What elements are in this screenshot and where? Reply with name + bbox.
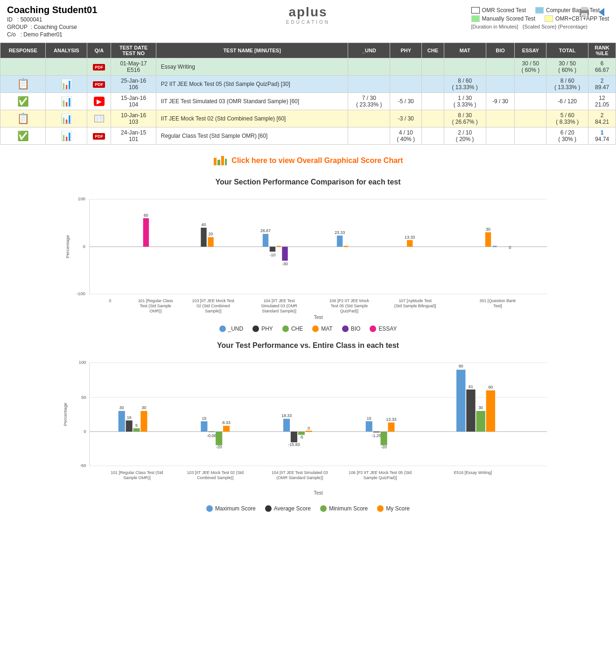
analysis-cell: 📊: [46, 93, 87, 110]
bar-chart-icon[interactable]: 📊: [61, 131, 72, 141]
svg-rect-82: [306, 431, 312, 432]
bio-cell: [486, 58, 515, 76]
svg-text:5: 5: [135, 423, 138, 427]
section-performance-chart: 100 0 -100 Percentage 0 60 101 [Regular …: [61, 191, 555, 323]
svg-rect-6: [214, 158, 217, 165]
svg-text:-1.25: -1.25: [372, 433, 381, 438]
svg-text:61: 61: [469, 384, 473, 389]
clipboard-icon[interactable]: 📋: [17, 78, 29, 90]
bio-cell: -9 / 30: [486, 93, 515, 110]
bar-phy-103: [201, 228, 206, 247]
omr-legend: OMR Scored Test: [471, 7, 526, 14]
svg-text:106 [P2 IIT JEE Mock: 106 [P2 IIT JEE Mock: [329, 298, 370, 303]
testname-cell: IIT JEE Mock Test 02 (Std Combined Sampl…: [156, 110, 348, 127]
bar-chart-icon[interactable]: 📊: [61, 113, 72, 124]
col-analysis: ANALYSIS: [46, 43, 87, 58]
table-row: ✅ 📊 PDF 24-Jan-15101 Regular Class Test …: [0, 127, 616, 145]
svg-text:Test 05 (Std Sample: Test 05 (Std Sample: [331, 304, 368, 308]
svg-text:107 [Aptitude Test: 107 [Aptitude Test: [399, 298, 432, 303]
check-icon[interactable]: ✅: [17, 131, 29, 141]
svg-rect-4: [582, 16, 585, 17]
total-cell: -6 / 120: [546, 93, 588, 110]
section-chart-title: Your Section Performance Comparison for …: [61, 178, 555, 186]
svg-text:-15.83: -15.83: [288, 442, 300, 447]
doc-icon[interactable]: 📄: [94, 115, 104, 122]
video-icon[interactable]: ▶: [94, 97, 105, 106]
svg-text:Test: Test: [314, 314, 322, 320]
svg-text:Sample OMR)]: Sample OMR)]: [123, 475, 150, 480]
back-icon[interactable]: [594, 5, 609, 20]
che-cell: [422, 58, 444, 76]
table-row: 📋 📊 PDF 25-Jan-16106 P2 IIT JEE Mock Tes…: [0, 76, 616, 93]
response-cell: 📋: [0, 76, 46, 93]
qa-cell: PDF: [87, 58, 111, 76]
testname-cell: IIT JEE Test Simulated 03 (OMR Standard …: [156, 93, 348, 110]
svg-text:8.33: 8.33: [223, 420, 231, 425]
rank-cell: 666.67: [588, 58, 616, 76]
bar-mat-104: [277, 246, 281, 247]
svg-text:Test: Test: [314, 490, 322, 495]
response-cell: ✅: [0, 93, 46, 110]
svg-text:30: 30: [142, 405, 147, 410]
bar-und-106: [337, 235, 343, 247]
svg-rect-102: [486, 390, 495, 431]
chart-link-row: Click here to view Overall Graphical Sco…: [0, 145, 616, 173]
svg-rect-76: [283, 418, 290, 431]
svg-text:(Std Sample Bilingual)]: (Std Sample Bilingual)]: [394, 304, 436, 308]
svg-rect-70: [216, 431, 222, 445]
svg-text:26.67: 26.67: [260, 228, 271, 233]
und-cell: 7 / 30( 23.33% ): [348, 93, 390, 110]
svg-text:301 [Question Bank: 301 [Question Bank: [480, 298, 516, 303]
bar-mat-103: [208, 237, 213, 247]
svg-text:30: 30: [486, 227, 490, 232]
qa-cell: PDF: [87, 127, 111, 145]
svg-text:16: 16: [127, 415, 132, 419]
print-icon[interactable]: [577, 5, 592, 20]
bio-cell: [486, 110, 515, 127]
rank-cell: 194.74: [588, 127, 616, 145]
clipboard-icon[interactable]: 📋: [17, 113, 29, 124]
bar-mat-106: [344, 246, 348, 247]
perf-chart-legend: Maximum Score Average Score Minimum Scor…: [61, 505, 555, 512]
svg-text:-10: -10: [270, 253, 276, 257]
logo: aplus EDUCATION: [286, 5, 330, 25]
bar-chart-icon[interactable]: 📊: [61, 79, 72, 89]
table-row: ✅ 📊 ▶ 15-Jan-16104 IIT JEE Test Simulate…: [0, 93, 616, 110]
svg-text:60: 60: [144, 213, 148, 218]
date-cell: 10-Jan-16103: [111, 110, 156, 127]
testname-cell: Essay Writing: [156, 58, 348, 76]
svg-text:0: 0: [83, 244, 86, 249]
pdf-icon[interactable]: PDF: [93, 133, 105, 140]
rank-cell: 284.21: [588, 110, 616, 127]
response-cell: 📋: [0, 110, 46, 127]
rank-cell: 289.47: [588, 76, 616, 93]
svg-text:-20: -20: [381, 445, 387, 449]
analysis-cell: [46, 58, 87, 76]
svg-text:90: 90: [459, 364, 463, 368]
student-name: Coaching Student01: [7, 5, 124, 15]
table-header-row: RESPONSE ANALYSIS Q/A TEST DATETEST NO T…: [0, 43, 616, 58]
svg-text:60: 60: [488, 385, 493, 389]
bar-und-104: [263, 234, 268, 247]
und-cell: [348, 127, 390, 145]
bar-chart-icon[interactable]: 📊: [61, 96, 72, 106]
svg-text:30: 30: [478, 405, 483, 410]
my-legend-circle: [377, 505, 384, 512]
svg-text:Test]: Test]: [493, 304, 502, 308]
svg-text:13.33: 13.33: [405, 235, 415, 240]
und-cell: [348, 110, 390, 127]
svg-text:13.33: 13.33: [386, 417, 396, 422]
svg-text:0: 0: [84, 428, 86, 433]
svg-text:E516 [Essay Writing]: E516 [Essay Writing]: [454, 470, 492, 475]
graphical-score-chart-link[interactable]: Click here to view Overall Graphical Sco…: [213, 154, 403, 167]
che-cell: [422, 110, 444, 127]
pdf-icon[interactable]: PDF: [93, 64, 105, 71]
svg-text:Percentage: Percentage: [65, 235, 70, 258]
svg-text:103 [IIT JEE Mock Test: 103 [IIT JEE Mock Test: [192, 298, 235, 303]
svg-rect-80: [298, 431, 305, 435]
check-icon[interactable]: ✅: [17, 96, 29, 106]
essay-cell: [515, 93, 546, 110]
che-cell: [422, 76, 444, 93]
pdf-icon[interactable]: PDF: [93, 81, 105, 88]
rank-cell: 1221.05: [588, 93, 616, 110]
